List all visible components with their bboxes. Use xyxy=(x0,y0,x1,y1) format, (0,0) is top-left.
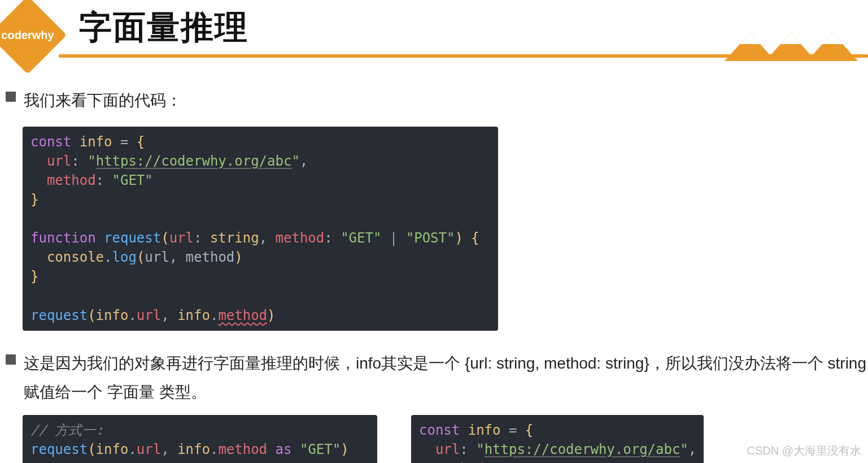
bullet-square-icon xyxy=(6,92,16,102)
watermark: CSDN @大海里没有水 xyxy=(747,443,861,458)
mountain-cap-icon xyxy=(780,33,801,44)
code-block-3: const info = { url: "https://coderwhy.or… xyxy=(411,415,704,463)
logo-text: coderwhy xyxy=(1,29,54,42)
bullet-text: 我们来看下面的代码： xyxy=(24,86,182,115)
bullet-square-icon xyxy=(6,354,16,365)
mountain-cap-icon xyxy=(740,33,760,44)
decorative-mountains xyxy=(725,29,854,61)
mountain-cap-icon xyxy=(822,33,843,44)
code-row: // 方式一: request(info.url, info.method as… xyxy=(23,415,868,463)
slide-body: 我们来看下面的代码： const info = { url: "https://… xyxy=(0,50,868,463)
bullet-point: 这是因为我们的对象再进行字面量推理的时候，info其实是一个 {url: str… xyxy=(6,349,868,408)
slide-header: coderwhy 字面量推理 xyxy=(0,0,868,50)
bullet-text: 这是因为我们的对象再进行字面量推理的时候，info其实是一个 {url: str… xyxy=(24,349,868,408)
code-block-1: const info = { url: "https://coderwhy.or… xyxy=(23,127,498,331)
bullet-point: 我们来看下面的代码： xyxy=(6,86,868,115)
code-block-2: // 方式一: request(info.url, info.method as… xyxy=(23,415,377,463)
